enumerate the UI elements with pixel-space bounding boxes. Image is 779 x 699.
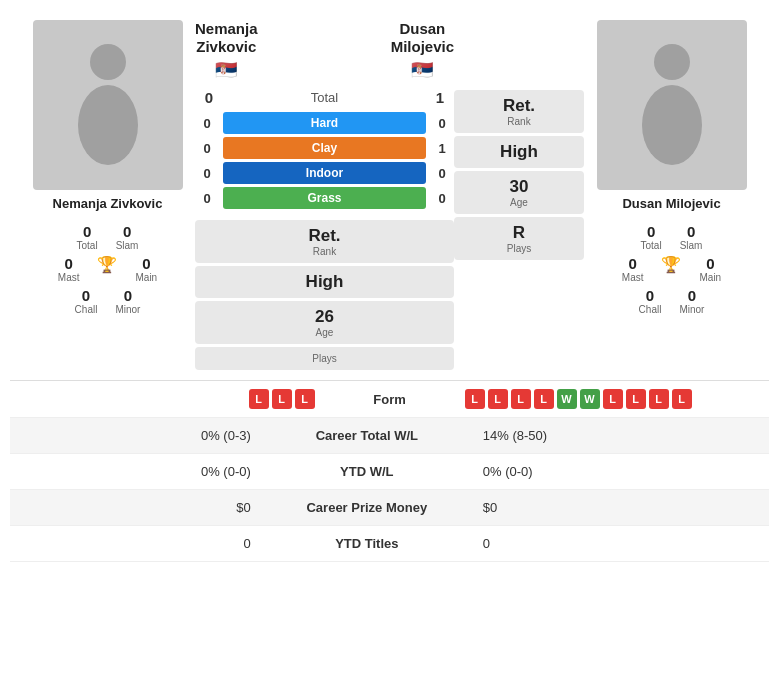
stat-right-value: 14% (8-50): [467, 418, 769, 454]
right-flag: 🇷🇸: [391, 59, 454, 81]
form-badge-right: L: [534, 389, 554, 409]
total-label: Total: [223, 90, 426, 105]
table-row: $0Career Prize Money$0: [10, 490, 769, 526]
table-row: 0YTD Titles0: [10, 526, 769, 562]
left-rank-value: Ret.: [203, 226, 446, 246]
right-plays-label: Plays: [462, 243, 576, 254]
left-rank-label: Rank: [203, 246, 446, 257]
stat-left-value: $0: [10, 490, 267, 526]
form-badge-right: L: [603, 389, 623, 409]
hard-badge: Hard: [223, 112, 426, 134]
right-main-stat: 0 Main: [699, 255, 721, 283]
right-high-value: High: [462, 142, 576, 162]
left-player-header: Nemanja Zivkovic 🇷🇸: [195, 20, 258, 81]
right-total-stat: 0 Total: [641, 223, 662, 251]
left-minor-stat: 0 Minor: [115, 287, 140, 315]
form-badge-right: L: [488, 389, 508, 409]
hard-surface-row: 0 Hard 0: [195, 112, 454, 134]
right-player-column: Dusan Milojevic 0 Total 0 Slam 0 Mast: [584, 20, 759, 370]
stat-left-value: 0: [10, 526, 267, 562]
right-rank-label: Rank: [462, 116, 576, 127]
high-box: High: [195, 266, 454, 298]
clay-score-right: 1: [430, 141, 454, 156]
right-plays-box: R Plays: [454, 217, 584, 260]
top-section: Nemanja Zivkovic 0 Total 0 Slam 0 Mast: [10, 10, 769, 380]
form-label: Form: [315, 392, 465, 407]
total-score-row: 0 Total 1: [195, 89, 454, 106]
stats-table: 0% (0-3)Career Total W/L14% (8-50)0% (0-…: [10, 418, 769, 562]
indoor-surface-row: 0 Indoor 0: [195, 162, 454, 184]
center-info-boxes: Ret. Rank High 26 Age Plays: [195, 220, 454, 370]
right-player-name: Dusan Milojevic: [622, 196, 720, 211]
clay-badge: Clay: [223, 137, 426, 159]
hard-badge-wrap: Hard: [219, 112, 430, 134]
stat-left-value: 0% (0-0): [10, 454, 267, 490]
right-stats-panel: Ret. Rank High 30 Age R Plays: [454, 90, 584, 370]
left-main-stat: 0 Main: [135, 255, 157, 283]
form-badge-right: L: [465, 389, 485, 409]
svg-point-2: [654, 44, 690, 80]
right-player-stats: 0 Total 0 Slam 0 Mast 🏆: [584, 223, 759, 319]
left-player-photo: [33, 20, 183, 190]
right-trophy-icon: 🏆: [661, 255, 681, 283]
stat-center-label: YTD W/L: [267, 454, 467, 490]
plays-box: Plays: [195, 347, 454, 370]
form-badge-right: W: [580, 389, 600, 409]
right-age-label: Age: [462, 197, 576, 208]
form-badge-right: W: [557, 389, 577, 409]
table-row: 0% (0-3)Career Total W/L14% (8-50): [10, 418, 769, 454]
svg-point-3: [642, 85, 702, 165]
left-trophy-icon: 🏆: [97, 255, 117, 283]
form-row: LLL Form LLLLWWLLLL: [10, 381, 769, 418]
clay-score-left: 0: [195, 141, 219, 156]
left-slam-stat: 0 Slam: [116, 223, 139, 251]
table-row: 0% (0-0)YTD W/L0% (0-0): [10, 454, 769, 490]
right-player-photo: [597, 20, 747, 190]
left-age-label: Age: [203, 327, 446, 338]
right-chall-stat: 0 Chall: [639, 287, 662, 315]
form-badge-right: L: [649, 389, 669, 409]
right-slam-stat: 0 Slam: [680, 223, 703, 251]
right-age-value: 30: [462, 177, 576, 197]
ret-rank-box: Ret. Rank: [195, 220, 454, 263]
left-player-name: Nemanja Zivkovic: [53, 196, 163, 211]
grass-surface-row: 0 Grass 0: [195, 187, 454, 209]
right-name-header: Dusan Milojevic: [391, 20, 454, 56]
stat-center-label: Career Prize Money: [267, 490, 467, 526]
left-name-header: Nemanja Zivkovic: [195, 20, 258, 56]
form-badge-left: L: [272, 389, 292, 409]
stat-right-value: 0% (0-0): [467, 454, 769, 490]
right-form-badges: LLLLWWLLLL: [465, 389, 760, 409]
grass-score-right: 0: [430, 191, 454, 206]
indoor-score-right: 0: [430, 166, 454, 181]
right-ret-rank-box: Ret. Rank: [454, 90, 584, 133]
right-plays-value: R: [462, 223, 576, 243]
right-high-box: High: [454, 136, 584, 168]
left-form-badges: LLL: [20, 389, 315, 409]
left-player-stats: 0 Total 0 Slam 0 Mast 🏆: [20, 223, 195, 319]
left-total-stat: 0 Total: [77, 223, 98, 251]
right-mast-stat: 0 Mast: [622, 255, 644, 283]
left-high-value: High: [203, 272, 446, 292]
right-rank-value: Ret.: [462, 96, 576, 116]
total-score-left: 0: [195, 89, 223, 106]
indoor-badge-wrap: Indoor: [219, 162, 430, 184]
stat-center-label: Career Total W/L: [267, 418, 467, 454]
match-container: Nemanja Zivkovic 0 Total 0 Slam 0 Mast: [0, 0, 779, 572]
left-mast-stat: 0 Mast: [58, 255, 80, 283]
middle-column: Nemanja Zivkovic 🇷🇸 Dusan Milojevic 🇷🇸 0…: [195, 20, 454, 370]
left-age-value: 26: [203, 307, 446, 327]
left-chall-stat: 0 Chall: [75, 287, 98, 315]
age-box: 26 Age: [195, 301, 454, 344]
grass-badge: Grass: [223, 187, 426, 209]
indoor-badge: Indoor: [223, 162, 426, 184]
stat-left-value: 0% (0-3): [10, 418, 267, 454]
form-badge-right: L: [672, 389, 692, 409]
svg-point-0: [90, 44, 126, 80]
right-player-header: Dusan Milojevic 🇷🇸: [391, 20, 454, 81]
stat-right-value: $0: [467, 490, 769, 526]
hard-score-left: 0: [195, 116, 219, 131]
clay-badge-wrap: Clay: [219, 137, 430, 159]
left-player-column: Nemanja Zivkovic 0 Total 0 Slam 0 Mast: [20, 20, 195, 370]
form-badge-left: L: [295, 389, 315, 409]
